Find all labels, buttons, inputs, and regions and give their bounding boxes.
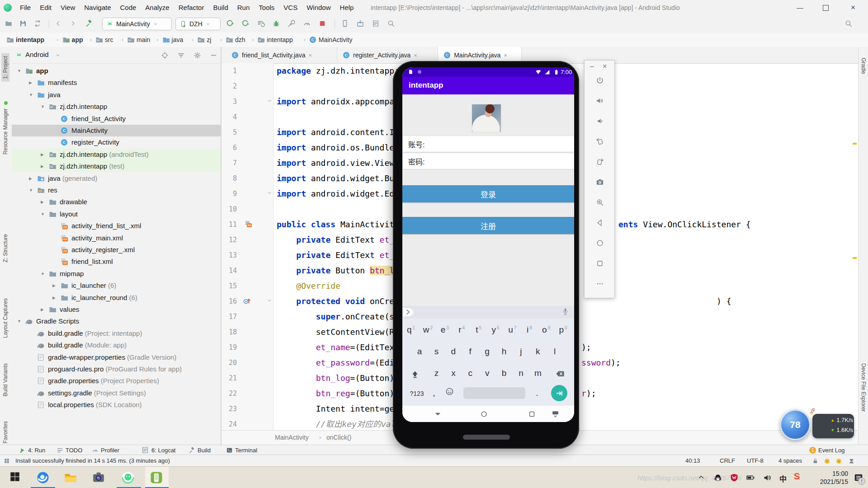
stripe-z-structure[interactable]: Z: Structure bbox=[2, 234, 9, 263]
run-icon[interactable] bbox=[226, 19, 234, 28]
build-hammer-icon[interactable] bbox=[85, 19, 93, 28]
sdk-manager-icon[interactable] bbox=[356, 19, 364, 28]
emulator-close-button[interactable]: × bbox=[603, 62, 607, 70]
key-d[interactable]: d bbox=[445, 347, 462, 357]
expand-suggestions-icon[interactable] bbox=[403, 308, 413, 316]
menu-navigate[interactable]: Navigate bbox=[80, 0, 115, 15]
key-t[interactable]: t5 bbox=[471, 325, 487, 335]
tree-row-zj-dzh-intentapp[interactable]: ▶zj.dzh.intentapp (androidTest) bbox=[12, 149, 221, 160]
tree-expanded-arrow[interactable]: ▼ bbox=[29, 188, 33, 192]
tree-collapsed-arrow[interactable]: ▶ bbox=[29, 80, 32, 85]
key-i[interactable]: i8 bbox=[521, 325, 538, 335]
search-icon[interactable] bbox=[844, 19, 853, 28]
login-button[interactable]: 登录 bbox=[402, 185, 574, 202]
tree-expanded-arrow[interactable]: ▼ bbox=[41, 272, 45, 276]
menu-build[interactable]: Build bbox=[208, 0, 232, 15]
tree-expanded-arrow[interactable]: ▼ bbox=[41, 104, 45, 109]
close-tab-icon[interactable]: × bbox=[309, 52, 312, 59]
key-w[interactable]: w2 bbox=[420, 325, 436, 335]
attach-debugger-icon[interactable] bbox=[288, 19, 296, 28]
tree-row-zj-dzh-intentapp[interactable]: ▼zj.dzh.intentapp bbox=[12, 101, 221, 113]
tree-row-proguard-rules-pro[interactable]: proguard-rules.pro (ProGuard Rules for a… bbox=[12, 363, 221, 375]
key-h[interactable]: h bbox=[496, 347, 512, 357]
run-configuration-select[interactable]: MainActivity bbox=[102, 18, 172, 30]
toolwindow-profiler[interactable]: Profiler bbox=[92, 445, 119, 455]
key-j[interactable]: j bbox=[513, 347, 529, 357]
tree-row-build-gradle[interactable]: build.gradle (Project: intentapp) bbox=[12, 328, 221, 339]
breadcrumb-item-intentapp[interactable]: intentapp bbox=[257, 33, 293, 47]
search-icon[interactable] bbox=[387, 19, 395, 28]
tree-row-mipmap[interactable]: ▼mipmap bbox=[12, 268, 221, 280]
period-key[interactable]: . bbox=[529, 388, 545, 398]
stripe-build-variants[interactable]: Build Variants bbox=[2, 363, 9, 396]
menu-run[interactable]: Run bbox=[233, 0, 255, 15]
toolwindow-4-run[interactable]: 4: Run bbox=[19, 445, 45, 455]
tree-collapsed-arrow[interactable]: ▶ bbox=[52, 283, 56, 288]
emulator-rotate-right-button[interactable] bbox=[595, 157, 604, 166]
tree-row-ic-launcher[interactable]: ▶ic_launcher (6) bbox=[12, 280, 221, 291]
tree-row-friend-list-xml[interactable]: <>friend_list.xml bbox=[12, 256, 221, 267]
event-log-button[interactable]: 1Event Log bbox=[809, 445, 845, 455]
tree-row-zj-dzh-intentapp[interactable]: ▶zj.dzh.intentapp (test) bbox=[12, 160, 221, 172]
stripe-resource-manager[interactable]: Resource Manager bbox=[2, 108, 9, 155]
editor-breadcrumb-method[interactable]: onClick() bbox=[326, 434, 351, 441]
tree-collapsed-arrow[interactable]: ▶ bbox=[29, 176, 32, 181]
key-k[interactable]: k bbox=[530, 347, 546, 357]
caret-position[interactable]: 40:13 bbox=[685, 455, 700, 467]
tray-battery-icon[interactable] bbox=[746, 473, 755, 482]
emulator-home-button[interactable] bbox=[595, 239, 604, 248]
key-b[interactable]: b bbox=[496, 368, 512, 378]
tree-expanded-arrow[interactable]: ▼ bbox=[29, 93, 33, 97]
stripe-layout-captures[interactable]: Layout Captures bbox=[2, 298, 9, 338]
toolwindow-6-logcat[interactable]: 6: Logcat bbox=[141, 445, 176, 455]
tree-row-app[interactable]: ▼app bbox=[12, 65, 221, 77]
restart-activity-icon[interactable] bbox=[257, 19, 265, 28]
tree-row-activity-register-xml[interactable]: <>activity_register_.xml bbox=[12, 244, 221, 256]
device-manager-icon[interactable] bbox=[341, 19, 349, 28]
key-l[interactable]: l bbox=[547, 347, 563, 357]
locate-icon[interactable] bbox=[161, 52, 169, 59]
menu-vcs[interactable]: VCS bbox=[279, 0, 302, 15]
error-stripe-mark[interactable] bbox=[853, 143, 857, 145]
layout-file-gutter-icon[interactable]: <> bbox=[245, 221, 252, 228]
emulator-zoom-button[interactable] bbox=[595, 198, 604, 207]
fold-handle-icon[interactable] bbox=[267, 298, 272, 303]
tree-collapsed-arrow[interactable]: ▶ bbox=[41, 164, 44, 169]
tree-row-res[interactable]: ▼res bbox=[12, 184, 221, 196]
space-key[interactable] bbox=[463, 387, 525, 399]
toolwindow-todo[interactable]: TODO bbox=[57, 445, 82, 455]
key-v[interactable]: v bbox=[479, 368, 495, 378]
emulator-rotate-left-button[interactable] bbox=[595, 137, 604, 146]
taskbar-camera-app-icon[interactable] bbox=[92, 471, 105, 484]
tree-row-java[interactable]: ▼java bbox=[12, 89, 221, 101]
debug-icon[interactable] bbox=[272, 19, 280, 28]
breadcrumb-item-src[interactable]: src bbox=[95, 33, 113, 47]
key-c[interactable]: c bbox=[462, 368, 478, 378]
frown-icon[interactable] bbox=[835, 458, 842, 465]
tree-row-build-gradle[interactable]: build.gradle (Module: app) bbox=[12, 339, 221, 351]
forward-icon[interactable] bbox=[69, 19, 77, 28]
enter-key[interactable] bbox=[551, 385, 567, 401]
lock-icon[interactable] bbox=[812, 458, 819, 465]
tray-ime-icon[interactable]: 中 bbox=[779, 473, 787, 482]
key-u[interactable]: u7 bbox=[504, 325, 520, 335]
stripe-device-file-explorer[interactable]: Device File Explorer bbox=[860, 363, 867, 412]
taskbar-browser-icon[interactable] bbox=[36, 471, 50, 484]
maximize-button[interactable] bbox=[823, 5, 829, 11]
key-z[interactable]: z bbox=[429, 368, 445, 378]
toolwindow-terminal[interactable]: Terminal bbox=[226, 445, 257, 455]
key-n[interactable]: n bbox=[513, 368, 529, 378]
emulator-more-button[interactable] bbox=[595, 279, 604, 288]
editor-breadcrumb-class[interactable]: MainActivity bbox=[275, 434, 309, 441]
breadcrumb-item-java[interactable]: java bbox=[162, 33, 184, 47]
register-button[interactable]: 注册 bbox=[402, 217, 574, 234]
emulator-screen[interactable]: 7:00intentapp账号:密码:登录注册q1w2e3r4t5y6u7i8o… bbox=[402, 67, 574, 422]
tree-row-settings-gradle[interactable]: settings.gradle (Project Settings) bbox=[12, 387, 221, 399]
emulator-back-button[interactable] bbox=[595, 218, 604, 227]
minimize-button[interactable]: — bbox=[797, 0, 803, 15]
key-x[interactable]: x bbox=[445, 368, 462, 378]
menu-help[interactable]: Help bbox=[335, 0, 359, 15]
tree-collapsed-arrow[interactable]: ▶ bbox=[52, 296, 56, 300]
emulator-overview-button[interactable] bbox=[595, 259, 604, 268]
close-button[interactable]: × bbox=[850, 0, 856, 15]
